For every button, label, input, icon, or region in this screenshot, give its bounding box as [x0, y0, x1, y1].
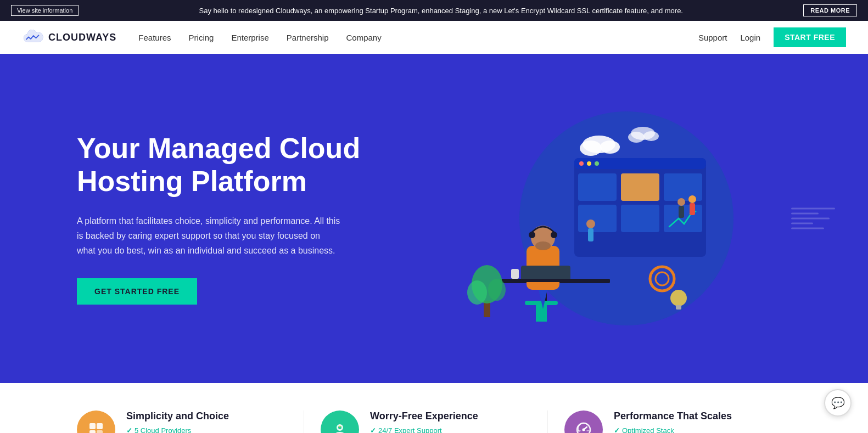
feature-title-1: Worry-Free Experience: [370, 410, 478, 422]
svg-rect-2: [574, 158, 706, 169]
svg-rect-9: [578, 205, 617, 232]
svg-rect-6: [578, 173, 617, 201]
svg-point-34: [688, 195, 696, 203]
feature-icon-simplicity: [77, 410, 115, 433]
hero-title: Your Managed Cloud Hosting Platform: [77, 132, 384, 198]
nav-enterprise[interactable]: Enterprise: [231, 33, 268, 42]
start-free-button[interactable]: START FREE: [774, 27, 846, 47]
svg-rect-23: [521, 266, 570, 281]
login-link[interactable]: Login: [740, 33, 760, 42]
svg-rect-10: [621, 205, 659, 232]
cloudways-logo-icon: [22, 29, 44, 46]
svg-rect-49: [97, 430, 103, 433]
svg-point-22: [535, 241, 551, 250]
feature-sub-2: Optimized Stack: [614, 426, 732, 433]
simplicity-icon: [86, 420, 106, 433]
svg-point-42: [600, 140, 620, 154]
hero-subtitle: A platform that facilitates choice, simp…: [77, 213, 340, 258]
feature-item-2: Performance That Scales Optimized Stack: [548, 410, 791, 433]
svg-rect-12: [621, 173, 659, 201]
chat-icon: 💬: [831, 396, 845, 409]
feature-icon-performance: [564, 410, 603, 433]
feature-title-0: Simplicity and Choice: [126, 410, 229, 422]
feature-text-0: Simplicity and Choice 5 Cloud Providers: [126, 410, 229, 433]
nav-right: Support Login START FREE: [698, 27, 846, 47]
performance-icon: [574, 420, 593, 433]
worry-free-icon: [330, 420, 350, 433]
svg-point-44: [628, 132, 645, 143]
svg-point-41: [580, 140, 602, 156]
nav-features[interactable]: Features: [138, 33, 171, 42]
svg-rect-29: [511, 269, 519, 279]
get-started-button[interactable]: GET STARTED FREE: [77, 278, 197, 305]
svg-rect-31: [588, 228, 593, 241]
announcement-bar: View site information Say hello to redes…: [0, 0, 868, 21]
feature-sub-1: 24/7 Expert Support: [370, 426, 478, 433]
nav-partnership[interactable]: Partnership: [287, 33, 329, 42]
svg-point-55: [583, 429, 585, 431]
svg-rect-8: [664, 173, 702, 201]
svg-rect-39: [676, 305, 681, 310]
svg-rect-33: [679, 206, 684, 218]
support-link[interactable]: Support: [698, 33, 727, 42]
feature-icon-worry-free: [321, 410, 359, 433]
svg-rect-48: [89, 430, 96, 433]
nav-links: Features Pricing Enterprise Partnership …: [138, 33, 676, 42]
hero-decorative-lines: [791, 205, 835, 233]
feature-text-2: Performance That Scales Optimized Stack: [614, 410, 732, 433]
feature-text-1: Worry-Free Experience 24/7 Expert Suppor…: [370, 410, 478, 433]
svg-point-5: [595, 161, 599, 166]
nav-company[interactable]: Company: [346, 33, 382, 42]
logo-text: CLOUDWAYS: [48, 32, 116, 43]
navbar: CLOUDWAYS Features Pricing Enterprise Pa…: [0, 21, 868, 54]
svg-point-3: [579, 161, 584, 166]
svg-point-20: [529, 232, 535, 238]
logo[interactable]: CLOUDWAYS: [22, 29, 116, 46]
features-bar: Simplicity and Choice 5 Cloud Providers …: [0, 383, 868, 433]
svg-point-38: [670, 290, 687, 306]
svg-rect-35: [690, 203, 695, 215]
nav-pricing[interactable]: Pricing: [189, 33, 214, 42]
hero-svg: [434, 92, 742, 345]
svg-point-21: [551, 232, 557, 238]
read-more-button[interactable]: READ MORE: [803, 4, 857, 16]
svg-point-4: [587, 161, 591, 166]
chat-widget[interactable]: 💬: [824, 389, 852, 417]
svg-rect-17: [536, 305, 547, 322]
hero-illustration: [384, 92, 791, 345]
svg-point-32: [677, 198, 685, 206]
svg-rect-47: [97, 423, 103, 429]
feature-item-0: Simplicity and Choice 5 Cloud Providers: [77, 410, 304, 433]
feature-sub-0: 5 Cloud Providers: [126, 426, 229, 433]
svg-point-45: [643, 131, 659, 141]
hero-section: Your Managed Cloud Hosting Platform A pl…: [0, 54, 868, 383]
feature-title-2: Performance That Scales: [614, 410, 732, 422]
svg-point-27: [467, 280, 487, 305]
hero-content: Your Managed Cloud Hosting Platform A pl…: [77, 132, 384, 304]
svg-point-30: [586, 220, 595, 228]
site-info-button[interactable]: View site information: [11, 5, 79, 16]
announcement-text: Say hello to redesigned Cloudways, an em…: [85, 7, 797, 15]
svg-rect-46: [89, 423, 96, 429]
feature-item-1: Worry-Free Experience 24/7 Expert Suppor…: [304, 410, 548, 433]
svg-rect-24: [519, 279, 572, 282]
svg-point-28: [488, 279, 506, 301]
